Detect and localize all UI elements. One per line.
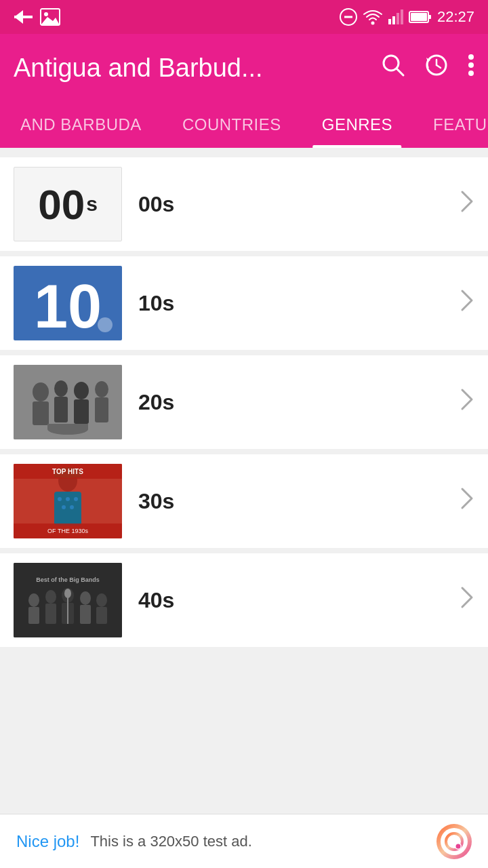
svg-point-51 (28, 593, 39, 607)
svg-rect-6 (344, 16, 352, 18)
svg-text:Best of the Big Bands: Best of the Big Bands (36, 576, 100, 583)
chevron-right-icon-40s (460, 585, 474, 615)
svg-point-66 (456, 844, 461, 848)
svg-line-16 (396, 68, 403, 75)
history-icon[interactable] (424, 53, 449, 83)
svg-point-44 (70, 505, 74, 509)
genre-item-40s[interactable]: Best of the Big Bands 40 (0, 553, 488, 647)
svg-rect-60 (96, 607, 107, 624)
svg-point-53 (45, 590, 56, 604)
genres-list: 00s 00s 10 10s (0, 148, 488, 656)
svg-rect-14 (411, 13, 427, 21)
svg-rect-30 (74, 399, 89, 424)
svg-point-7 (371, 22, 374, 25)
svg-rect-13 (428, 15, 431, 19)
svg-point-40 (58, 497, 62, 501)
svg-rect-39 (54, 492, 81, 526)
ad-brand-icon (436, 824, 472, 859)
more-options-icon[interactable] (468, 53, 474, 83)
dnd-icon (340, 8, 357, 26)
wifi-icon (363, 8, 383, 26)
svg-point-22 (468, 62, 474, 68)
ad-description-text: This is a 320x50 test ad. (90, 833, 436, 850)
svg-rect-54 (45, 604, 56, 624)
genre-label-20s: 20s (138, 390, 460, 415)
toolbar-title: Antigua and Barbud... (14, 54, 263, 83)
image-icon (39, 7, 61, 26)
genre-thumb-20s (14, 365, 122, 439)
status-bar-left (14, 7, 61, 26)
search-icon[interactable] (381, 53, 405, 83)
svg-rect-34 (47, 424, 88, 429)
svg-point-29 (74, 382, 89, 399)
ad-bar[interactable]: Nice job! This is a 320x50 test ad. (0, 814, 488, 868)
genre-thumb-10s: 10 (14, 266, 122, 340)
svg-point-25 (33, 382, 49, 401)
svg-point-41 (66, 497, 70, 501)
svg-point-43 (62, 505, 66, 509)
genre-label-00s: 00s (138, 192, 460, 217)
genre-thumb-00s: 00s (14, 167, 122, 241)
svg-rect-1 (14, 16, 33, 18)
genre-item-20s[interactable]: 20s (0, 355, 488, 449)
svg-point-62 (64, 589, 71, 598)
svg-line-19 (436, 65, 441, 68)
chevron-right-icon-00s (460, 189, 474, 219)
tab-featured[interactable]: Featured (413, 102, 488, 148)
genre-thumb-30s: TOP HITS OF THE 1930s (14, 464, 122, 538)
svg-point-59 (96, 593, 107, 607)
genre-item-30s[interactable]: TOP HITS OF THE 1930s 30s (0, 454, 488, 548)
svg-point-3 (44, 12, 48, 16)
svg-rect-32 (95, 397, 108, 422)
chevron-right-icon-20s (460, 387, 474, 417)
tab-and-barbuda[interactable]: and Barbuda (0, 102, 162, 148)
svg-rect-8 (388, 19, 391, 24)
back-icon (14, 9, 33, 24)
ad-nice-job-text: Nice job! (16, 832, 79, 851)
svg-text:TOP HITS: TOP HITS (52, 468, 83, 475)
toolbar: Antigua and Barbud... (0, 34, 488, 102)
svg-rect-10 (396, 13, 399, 24)
svg-point-31 (95, 381, 108, 397)
genre-thumb-40s: Best of the Big Bands (14, 563, 122, 637)
genre-item-10s[interactable]: 10 10s (0, 256, 488, 350)
svg-rect-58 (80, 605, 91, 624)
toolbar-actions (381, 53, 474, 83)
svg-point-57 (80, 591, 91, 605)
tab-genres[interactable]: Genres (302, 102, 413, 148)
genre-label-30s: 30s (138, 489, 460, 514)
time-display: 22:27 (437, 8, 474, 26)
svg-rect-28 (54, 397, 68, 422)
svg-point-27 (54, 380, 68, 397)
svg-rect-11 (401, 9, 403, 24)
svg-point-42 (74, 497, 78, 501)
status-bar-right: 22:27 (340, 8, 474, 26)
svg-point-21 (468, 54, 474, 60)
status-bar: 22:27 (0, 0, 488, 34)
chevron-right-icon-10s (460, 288, 474, 318)
signal-icon (388, 9, 403, 24)
genre-label-10s: 10s (138, 291, 460, 316)
content-wrapper: 00s 00s 10 10s (0, 148, 488, 711)
genre-label-40s: 40s (138, 588, 460, 613)
svg-text:OF THE 1930s: OF THE 1930s (47, 528, 88, 534)
battery-icon (409, 10, 432, 24)
svg-marker-4 (41, 17, 60, 25)
genre-item-00s[interactable]: 00s 00s (0, 157, 488, 251)
tab-countries[interactable]: Countries (162, 102, 302, 148)
svg-rect-52 (28, 607, 39, 624)
svg-rect-9 (392, 16, 395, 24)
tab-bar: and Barbuda Countries Genres Featured Fa… (0, 102, 488, 148)
chevron-right-icon-30s (460, 486, 474, 516)
svg-point-23 (468, 71, 474, 76)
svg-rect-26 (33, 401, 49, 425)
